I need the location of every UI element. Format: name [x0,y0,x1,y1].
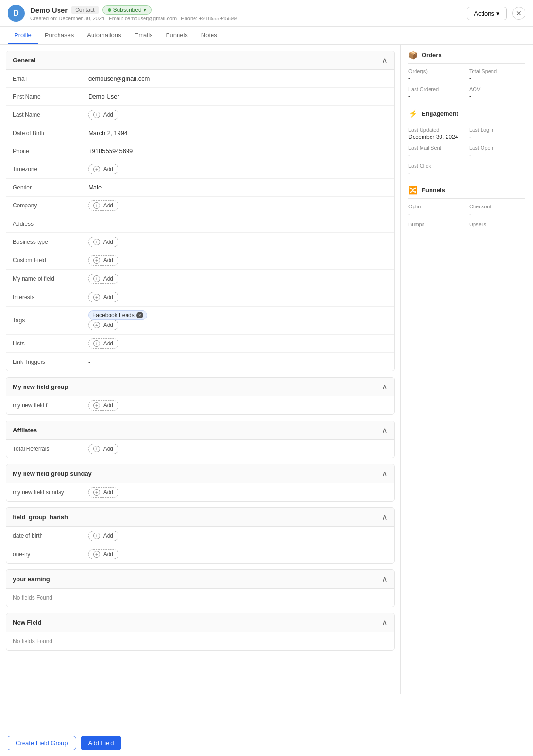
field-value-container: + Add [88,531,118,541]
section-header-my-new-field-group-sunday[interactable]: My new field group sunday∧ [6,464,394,483]
add-field-button[interactable]: + Add [88,400,118,411]
engagement-title: Engagement [422,110,458,117]
subscribed-dot [108,8,111,12]
create-field-group-button[interactable]: Create Field Group [8,736,76,750]
add-tag-button[interactable]: + Add [88,320,118,330]
field-row: Custom Field+ Add [6,251,394,270]
field-value-container: demouser@gmail.com [88,75,150,82]
tab-profile[interactable]: Profile [8,27,38,44]
add-field-button[interactable]: + Add [88,164,118,174]
field-label: Date of Birth [13,130,88,137]
header-contact-label: Contact [71,6,98,14]
section-toggle-your-earning[interactable]: ∧ [382,575,388,584]
engagement-last-click-label: Last Click [408,163,465,169]
field-value-container: + Add [88,444,118,454]
tab-funnels[interactable]: Funnels [160,27,195,44]
field-label: Lists [13,340,88,347]
section-header-your-earning[interactable]: your earning∧ [6,570,394,589]
section-my-new-field-group: My new field group∧my new field f+ Add [6,377,395,415]
section-toggle-field-group-harish[interactable]: ∧ [382,513,388,522]
engagement-last-open: Last Open - [469,145,525,158]
tag-remove-icon[interactable]: ✕ [136,312,143,318]
add-field-button[interactable]: + Add [88,549,118,559]
field-label: First Name [13,94,88,100]
field-row: Date of BirthMarch 2, 1994 [6,124,394,142]
field-row: Company+ Add [6,197,394,215]
section-header-affilates[interactable]: Affilates∧ [6,421,394,440]
section-title-my-new-field-group: My new field group [13,383,68,390]
no-fields-message: No fields Found [6,632,394,650]
section-title-affilates: Affilates [13,427,37,434]
field-label: my new field f [13,402,88,409]
field-label: Email [13,76,88,82]
section-toggle-affilates[interactable]: ∧ [382,426,388,435]
field-value-container: Male [88,184,102,191]
tab-automations[interactable]: Automations [80,27,127,44]
add-field-button[interactable]: + Add [88,531,118,541]
engagement-last-click-value: - [408,170,465,176]
field-row: Emaildemouser@gmail.com [6,70,394,88]
engagement-last-login-label: Last Login [469,127,525,133]
funnels-upsells-label: Upsells [469,222,525,227]
field-label: Custom Field [13,257,88,264]
field-label: Last Name [13,112,88,118]
field-label: Company [13,202,88,209]
field-row: Total Referrals+ Add [6,440,394,458]
no-fields-message: No fields Found [6,589,394,607]
add-field-button[interactable]: + Add [88,110,118,120]
orders-last-ordered-label: Last Ordered [408,86,465,92]
field-row: Last Name+ Add [6,106,394,124]
field-value-container: Demo User [88,93,119,100]
tab-notes[interactable]: Notes [195,27,224,44]
created-on: Created on: December 30, 2024 [30,16,104,21]
add-field-button[interactable]: + Add [88,338,118,349]
section-header-new-field[interactable]: New Field∧ [6,613,394,632]
section-header-general[interactable]: General∧ [6,51,394,70]
tab-emails[interactable]: Emails [128,27,160,44]
field-value-container: + Add [88,400,118,411]
plus-icon: + [93,322,100,328]
email-label: Email: [109,16,123,21]
field-label: my new field sunday [13,489,88,496]
funnels-checkout: Checkout - [469,204,525,217]
close-icon: ✕ [516,9,522,17]
orders-orders-label: Order(s) [408,69,465,74]
field-row: Lists+ Add [6,335,394,353]
section-toggle-my-new-field-group[interactable]: ∧ [382,382,388,391]
add-field-button[interactable]: + Add [88,274,118,284]
section-affilates: Affilates∧Total Referrals+ Add [6,421,395,458]
field-label: Link Triggers [13,359,88,365]
add-field-button[interactable]: + Add [88,292,118,302]
add-field-button[interactable]: + Add [88,444,118,454]
funnels-upsells-value: - [469,228,525,235]
actions-button[interactable]: Actions ▾ [467,7,507,20]
section-toggle-my-new-field-group-sunday[interactable]: ∧ [382,469,388,478]
section-your-earning: your earning∧No fields Found [6,569,395,607]
field-value-container: March 2, 1994 [88,129,127,137]
add-field-button[interactable]: + Add [88,255,118,266]
section-title-new-field: New Field [13,619,42,626]
section-title-general: General [13,57,35,64]
field-label: Tags [13,317,88,324]
header: D Demo User Contact Subscribed ▾ Created… [0,0,533,27]
section-header-my-new-field-group[interactable]: My new field group∧ [6,378,394,396]
subscribed-badge[interactable]: Subscribed ▾ [102,5,152,15]
field-label: one-try [13,551,88,558]
orders-total-spend-value: - [469,75,525,82]
section-toggle-new-field[interactable]: ∧ [382,618,388,627]
plus-icon: + [93,294,100,301]
add-field-button[interactable]: + Add [88,237,118,247]
funnels-grid: Optin - Checkout - Bumps - Upsells - [408,204,525,235]
plus-icon: + [93,202,100,209]
add-field-button[interactable]: Add Field [81,736,122,750]
add-field-button[interactable]: + Add [88,200,118,211]
add-field-button[interactable]: + Add [88,487,118,498]
funnels-icon: 🔀 [408,186,418,195]
section-header-field-group-harish[interactable]: field_group_harish∧ [6,508,394,527]
section-general: General∧Emaildemouser@gmail.comFirst Nam… [6,51,395,371]
section-toggle-general[interactable]: ∧ [382,56,388,65]
funnels-header: 🔀 Funnels [408,186,525,199]
close-button[interactable]: ✕ [512,7,525,20]
tab-purchases[interactable]: Purchases [38,27,80,44]
chevron-down-icon: ▾ [496,10,499,17]
